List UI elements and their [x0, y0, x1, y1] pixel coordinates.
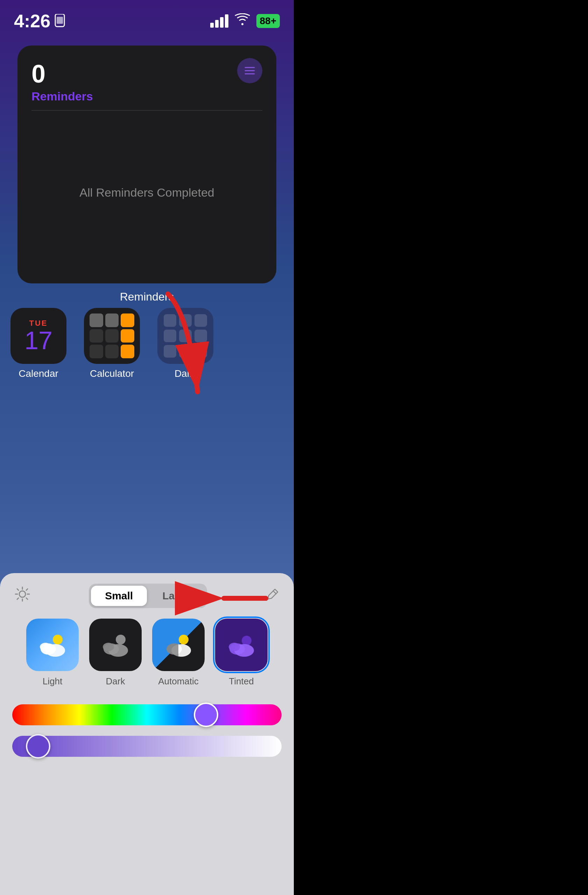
eyedropper-icon[interactable]	[265, 587, 280, 605]
eyedropper-symbol	[265, 587, 280, 602]
hue-slider-row	[11, 704, 283, 725]
calendar-label: Calendar	[18, 368, 58, 379]
style-grid: Light Dark	[11, 619, 283, 687]
calc-key	[105, 314, 119, 327]
calc-key	[89, 314, 103, 327]
daily-mini	[164, 345, 176, 358]
battery-level: 88+	[260, 15, 277, 26]
daily-mini	[164, 329, 176, 342]
reminder-count: 0	[32, 59, 262, 88]
daily-grid	[158, 308, 214, 364]
calculator-label: Calculator	[90, 368, 134, 379]
daily-mini	[179, 345, 192, 358]
tinted-cloud-icon	[224, 631, 259, 659]
calculator-icon-img	[84, 308, 140, 364]
widget-label: Reminders	[0, 290, 294, 303]
style-option-light[interactable]: Light	[26, 619, 79, 687]
daily-mini	[194, 345, 207, 358]
size-toggle: Small Large	[89, 584, 207, 608]
calc-grid	[84, 308, 140, 364]
picker-panel: Small Large	[0, 573, 294, 895]
sun-icon	[14, 586, 31, 602]
style-icon-tinted	[215, 619, 268, 671]
dark-cloud-icon	[98, 631, 133, 659]
style-icon-dark	[89, 619, 142, 671]
daily-mini	[194, 329, 207, 342]
battery-indicator: 88+	[256, 14, 280, 28]
svg-line-11	[26, 598, 28, 599]
hue-slider[interactable]	[12, 704, 282, 725]
svg-point-18	[40, 643, 51, 651]
calendar-day-num: 17	[24, 328, 53, 353]
hue-thumb[interactable]	[194, 702, 218, 727]
svg-line-13	[17, 598, 18, 599]
black-area	[294, 0, 588, 895]
daily-mini	[179, 329, 192, 342]
style-option-dark[interactable]: Dark	[89, 619, 142, 687]
brightness-icon	[14, 586, 31, 606]
style-dark-label: Dark	[106, 676, 125, 687]
status-bar: 4:26 88+	[0, 0, 294, 35]
daily-mini	[194, 314, 207, 327]
daily-mini	[164, 314, 176, 327]
calc-key	[89, 329, 103, 343]
opacity-slider-row	[11, 736, 283, 757]
wifi-symbol	[235, 13, 250, 26]
app-icon-calculator[interactable]: Calculator	[84, 308, 140, 379]
app-icons-row: TUE 17 Calendar Calculator	[11, 308, 214, 379]
style-option-auto[interactable]: Automatic	[152, 619, 205, 687]
auto-cloud-icon	[161, 631, 196, 659]
daily-label: Daily	[174, 368, 196, 379]
style-icon-light	[26, 619, 79, 671]
style-icon-auto	[152, 619, 205, 671]
calc-key	[105, 329, 119, 343]
size-large-button[interactable]: Large	[148, 586, 205, 606]
style-auto-label: Automatic	[158, 676, 199, 687]
size-small-button[interactable]: Small	[91, 586, 147, 606]
calc-key	[121, 344, 134, 358]
svg-line-10	[17, 589, 18, 590]
signal-bars-icon	[210, 14, 229, 28]
calendar-icon-img: TUE 17	[11, 308, 67, 364]
style-option-tinted[interactable]: Tinted	[215, 619, 268, 687]
style-light-label: Light	[43, 676, 62, 687]
app-icon-calendar[interactable]: TUE 17 Calendar	[11, 308, 67, 379]
status-icons: 88+	[210, 13, 280, 29]
calc-key	[121, 314, 134, 327]
daily-mini	[179, 314, 192, 327]
widget-empty-text: All Reminders Completed	[18, 102, 276, 284]
time-display: 4:26	[14, 11, 50, 32]
calc-key	[121, 329, 134, 343]
style-tinted-label: Tinted	[229, 676, 254, 687]
svg-point-34	[229, 643, 240, 651]
phone-screen: 4:26 88+	[0, 0, 294, 895]
size-toggle-row: Small Large	[11, 584, 283, 608]
opacity-slider[interactable]	[12, 736, 282, 757]
light-cloud-icon	[35, 631, 70, 659]
list-icon	[237, 58, 262, 83]
svg-point-5	[19, 591, 26, 597]
svg-point-15	[53, 635, 63, 645]
sim-icon	[54, 14, 66, 28]
list-symbol	[243, 64, 256, 77]
svg-line-14	[273, 591, 276, 594]
svg-rect-1	[57, 17, 63, 24]
calc-key	[105, 344, 119, 358]
status-time: 4:26	[14, 11, 66, 32]
svg-point-22	[103, 643, 114, 651]
reminders-widget: 0 Reminders All Reminders Completed	[18, 46, 276, 284]
calc-key	[89, 344, 103, 358]
svg-line-12	[26, 589, 28, 590]
opacity-thumb[interactable]	[26, 734, 50, 758]
wifi-icon	[235, 13, 250, 29]
svg-point-31	[242, 636, 252, 646]
app-icon-daily[interactable]: Daily	[158, 308, 214, 379]
svg-point-19	[116, 635, 126, 645]
svg-point-25	[179, 635, 188, 645]
daily-icon-img	[158, 308, 214, 364]
